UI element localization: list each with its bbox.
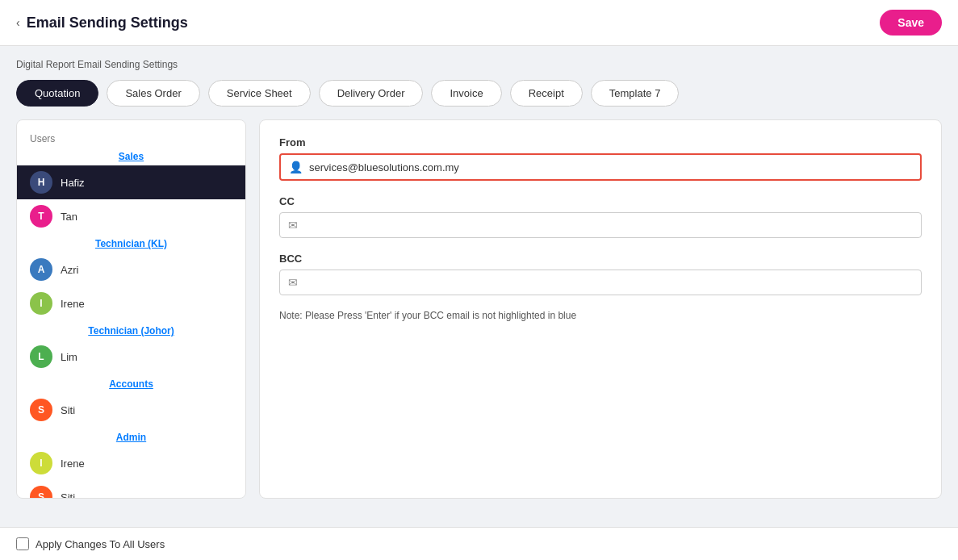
user-item-tan[interactable]: TTan xyxy=(17,199,245,233)
user-item-azri[interactable]: AAzri xyxy=(17,253,245,286)
subtitle: Digital Report Email Sending Settings xyxy=(16,59,942,70)
header: ‹ Email Sending Settings Save xyxy=(0,0,958,46)
avatar: H xyxy=(30,171,52,194)
email-bcc-icon: ✉ xyxy=(288,276,298,289)
content-area: Digital Report Email Sending Settings Qu… xyxy=(0,46,958,512)
user-item-irene[interactable]: IIrene xyxy=(17,446,245,480)
user-name: Siti xyxy=(61,491,75,499)
bcc-input[interactable] xyxy=(304,277,913,289)
tab-receipt[interactable]: Receipt xyxy=(510,80,583,107)
cc-group: CC ✉ xyxy=(279,195,922,238)
user-name: Tan xyxy=(61,211,77,223)
from-input[interactable] xyxy=(309,161,912,173)
avatar: I xyxy=(30,452,52,474)
tabs-row: QuotationSales OrderService SheetDeliver… xyxy=(16,80,942,107)
back-arrow-icon[interactable]: ‹ xyxy=(16,16,20,29)
user-item-siti[interactable]: SSiti xyxy=(17,480,245,499)
user-item-irene[interactable]: IIrene xyxy=(17,286,245,320)
note-text: Note: Please Press 'Enter' if your BCC e… xyxy=(279,310,922,321)
header-left: ‹ Email Sending Settings xyxy=(16,15,188,31)
form-panel: From 👤 CC ✉ BCC ✉ Note xyxy=(259,119,942,499)
tab-service-sheet[interactable]: Service Sheet xyxy=(208,80,311,107)
bcc-group: BCC ✉ xyxy=(279,253,922,295)
user-name: Lim xyxy=(61,351,77,363)
cc-label: CC xyxy=(279,195,922,207)
sidebar-section-technician-johor-[interactable]: Technician (Johor) xyxy=(17,320,245,340)
user-name: Hafiz xyxy=(61,177,85,189)
sidebar-section-technician-kl-[interactable]: Technician (KL) xyxy=(17,233,245,253)
avatar: L xyxy=(30,345,52,368)
tab-quotation[interactable]: Quotation xyxy=(16,80,98,107)
user-name: Irene xyxy=(61,458,85,470)
bcc-label: BCC xyxy=(279,253,922,265)
user-item-hafiz[interactable]: HHafiz xyxy=(17,165,245,199)
person-icon: 👤 xyxy=(289,161,303,173)
avatar: A xyxy=(30,258,52,281)
cc-input[interactable] xyxy=(304,219,913,232)
from-group: From 👤 xyxy=(279,136,922,181)
sidebar: Users SalesHHafizTTanTechnician (KL)AAzr… xyxy=(16,119,246,499)
user-name: Siti xyxy=(61,404,75,416)
cc-input-wrapper[interactable]: ✉ xyxy=(279,212,922,238)
avatar: S xyxy=(30,486,52,499)
main-area: Users SalesHHafizTTanTechnician (KL)AAzr… xyxy=(16,119,942,499)
user-item-lim[interactable]: LLim xyxy=(17,340,245,374)
sidebar-section-sales[interactable]: Sales xyxy=(17,146,245,165)
bcc-input-wrapper[interactable]: ✉ xyxy=(279,270,922,295)
tab-template-7[interactable]: Template 7 xyxy=(591,80,680,107)
save-button[interactable]: Save xyxy=(880,10,942,36)
sidebar-section-admin[interactable]: Admin xyxy=(17,427,245,446)
sidebar-header: Users xyxy=(17,130,245,146)
avatar: I xyxy=(30,292,52,315)
email-cc-icon: ✉ xyxy=(288,219,298,232)
tab-invoice[interactable]: Invoice xyxy=(431,80,501,107)
tab-sales-order[interactable]: Sales Order xyxy=(107,80,199,107)
user-name: Azri xyxy=(61,264,78,276)
sidebar-section-accounts[interactable]: Accounts xyxy=(17,374,245,393)
from-label: From xyxy=(279,136,922,148)
tab-delivery-order[interactable]: Delivery Order xyxy=(319,80,424,107)
user-name: Irene xyxy=(61,298,85,310)
avatar: T xyxy=(30,205,52,228)
from-input-wrapper[interactable]: 👤 xyxy=(279,153,922,181)
page-title: Email Sending Settings xyxy=(27,15,188,31)
avatar: S xyxy=(30,399,52,421)
user-item-siti[interactable]: SSiti xyxy=(17,393,245,427)
